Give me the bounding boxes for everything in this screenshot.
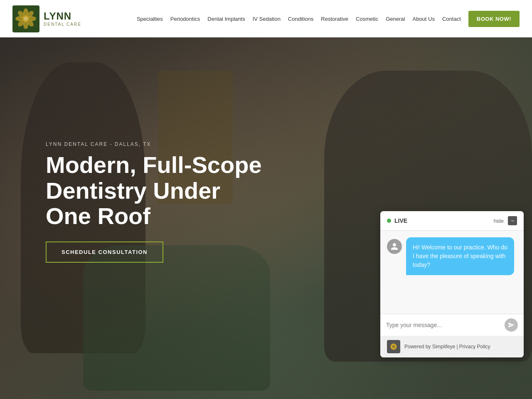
chat-message-bubble: Hi! Welcome to our practice. Who do I ha… [406,237,514,275]
chat-body: Hi! Welcome to our practice. Who do I ha… [380,231,524,314]
nav-specialties[interactable]: Specialties [137,16,163,22]
nav-about-us[interactable]: About Us [412,16,434,22]
hero-content: LYNN DENTAL CARE - DALLAS, TX Modern, Fu… [46,141,262,263]
chat-widget: LIVE hide − Hi! Welcome to our practice.… [380,211,524,357]
chat-avatar [387,239,402,254]
nav-general[interactable]: General [386,16,405,22]
chat-minimize-button[interactable]: − [508,216,517,225]
chat-footer-powered-by: Powered by Simplifeye | Privacy Policy [404,344,490,350]
live-status-dot [387,219,391,223]
chat-brand-icon [390,343,397,350]
person-icon [390,242,399,251]
schedule-consultation-button[interactable]: SCHEDULE CONSULTATION [46,241,163,263]
chat-header: LIVE hide − [380,211,524,231]
chat-hide-button[interactable]: hide [493,218,504,224]
logo[interactable]: Lynn Dental Care [12,5,81,32]
logo-icon [12,5,39,32]
site-header: Lynn Dental Care Specialties Periodontic… [0,0,532,37]
chat-privacy-policy-link[interactable]: Privacy Policy [459,344,490,350]
nav-contact[interactable]: Contact [442,16,461,22]
nav-periodontics[interactable]: Periodontics [170,16,200,22]
chat-live-label: LIVE [394,217,493,224]
chat-footer: Powered by Simplifeye | Privacy Policy [380,336,524,357]
chat-send-button[interactable] [505,318,518,332]
main-nav: Specialties Periodontics Dental Implants… [137,11,520,27]
send-icon [508,322,515,328]
logo-text: Lynn Dental Care [44,11,81,26]
chat-message-input[interactable] [386,322,505,328]
hero-subtitle: LYNN DENTAL CARE - DALLAS, TX [46,141,262,147]
svg-point-10 [24,17,28,21]
nav-iv-sedation[interactable]: IV Sedation [253,16,281,22]
nav-conditions[interactable]: Conditions [288,16,313,22]
simplifeye-icon [387,340,400,353]
nav-dental-implants[interactable]: Dental Implants [207,16,245,22]
book-now-button[interactable]: BOOK NOW! [468,11,520,27]
hero-title: Modern, Full-Scope Dentistry Under One R… [46,152,262,229]
chat-input-area[interactable] [380,314,524,336]
nav-restorative[interactable]: Restorative [321,16,348,22]
nav-cosmetic[interactable]: Cosmetic [356,16,378,22]
